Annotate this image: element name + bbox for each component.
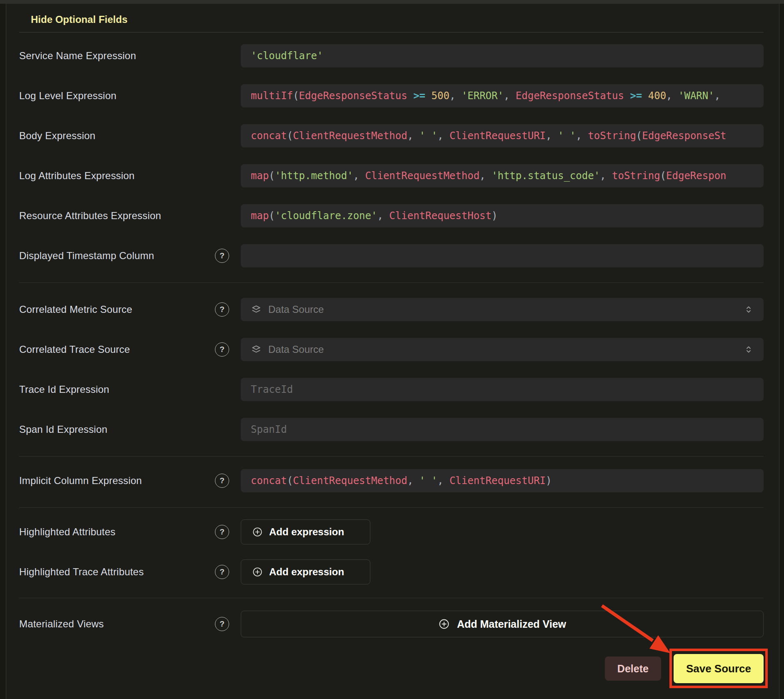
control-cell: Add Materialized View — [241, 611, 764, 637]
help-icon[interactable]: ? — [215, 617, 229, 631]
help-icon[interactable]: ? — [215, 525, 229, 539]
help-cell: ? — [215, 525, 241, 539]
help-icon[interactable]: ? — [215, 302, 229, 317]
field-row-displayed-timestamp-column: Displayed Timestamp Column ? — [19, 244, 764, 267]
help-cell: ? — [215, 302, 241, 317]
field-label: Trace Id Expression — [19, 384, 215, 395]
button-label: Add expression — [269, 566, 344, 578]
field-row-body-expression: Body Expression concat(ClientRequestMeth… — [19, 124, 764, 147]
input-placeholder: TraceId — [251, 384, 293, 395]
button-label: Add expression — [269, 526, 344, 538]
plus-circle-icon — [252, 567, 263, 577]
field-row-correlated-trace-source: Correlated Trace Source ? Data Source — [19, 338, 764, 361]
help-cell: ? — [215, 617, 241, 631]
field-label: Resource Attributes Expression — [19, 210, 215, 222]
field-label: Correlated Trace Source — [19, 344, 215, 355]
resource-attributes-expression-input[interactable]: map('cloudflare.zone', ClientRequestHost… — [241, 204, 764, 227]
field-row-log-attributes-expression: Log Attributes Expression map('http.meth… — [19, 164, 764, 187]
control-cell: Add expression — [241, 519, 764, 544]
save-annotation-wrap: Save Source — [674, 654, 764, 683]
field-label: Implicit Column Expression — [19, 475, 215, 487]
field-label: Service Name Expression — [19, 50, 215, 62]
trace-id-expression-input[interactable]: TraceId — [241, 378, 764, 401]
field-label: Highlighted Attributes — [19, 526, 215, 538]
service-name-expression-input[interactable]: 'cloudflare' — [241, 44, 764, 67]
chevron-updown-icon — [744, 305, 754, 315]
help-cell: ? — [215, 342, 241, 357]
divider — [19, 32, 764, 32]
field-row-service-name-expression: Service Name Expression 'cloudflare' — [19, 44, 764, 67]
help-icon[interactable]: ? — [215, 565, 229, 579]
field-label: Log Attributes Expression — [19, 170, 215, 182]
field-row-implicit-column-expression: Implicit Column Expression ? concat(Clie… — [19, 469, 764, 492]
help-cell: ? — [215, 474, 241, 488]
log-attributes-expression-input[interactable]: map('http.method', ClientRequestMethod, … — [241, 164, 764, 187]
plus-circle-icon — [252, 527, 263, 537]
add-materialized-view-button[interactable]: Add Materialized View — [241, 611, 764, 637]
source-form-panel: Hide Optional Fields Service Name Expres… — [6, 4, 779, 699]
layers-icon — [251, 304, 262, 315]
field-row-highlighted-trace-attributes: Highlighted Trace Attributes ? Add expre… — [19, 559, 764, 584]
implicit-column-expression-input[interactable]: concat(ClientRequestMethod, ' ', ClientR… — [241, 469, 764, 492]
help-cell: ? — [215, 249, 241, 263]
add-expression-button[interactable]: Add expression — [241, 559, 370, 584]
help-icon[interactable]: ? — [215, 249, 229, 263]
correlated-metric-source-select[interactable]: Data Source — [241, 298, 764, 321]
button-label: Add Materialized View — [457, 618, 566, 630]
help-icon[interactable]: ? — [215, 342, 229, 357]
add-expression-button[interactable]: Add expression — [241, 519, 370, 544]
save-source-button[interactable]: Save Source — [674, 654, 764, 683]
hide-optional-fields-link[interactable]: Hide Optional Fields — [31, 14, 127, 25]
field-label: Highlighted Trace Attributes — [19, 566, 215, 578]
divider — [19, 598, 764, 598]
body-expression-input[interactable]: concat(ClientRequestMethod, ' ', ClientR… — [241, 124, 764, 147]
select-placeholder: Data Source — [268, 344, 324, 355]
field-row-highlighted-attributes: Highlighted Attributes ? Add expression — [19, 519, 764, 544]
field-label: Correlated Metric Source — [19, 304, 215, 315]
span-id-expression-input[interactable]: SpanId — [241, 418, 764, 441]
field-row-correlated-metric-source: Correlated Metric Source ? Data Source — [19, 298, 764, 321]
select-placeholder: Data Source — [268, 304, 324, 315]
form-footer: Delete Save Source — [19, 653, 764, 684]
delete-button[interactable]: Delete — [605, 657, 661, 681]
field-label: Displayed Timestamp Column — [19, 250, 215, 262]
field-row-log-level-expression: Log Level Expression multiIf(EdgeRespons… — [19, 84, 764, 107]
divider — [19, 282, 764, 283]
field-label: Body Expression — [19, 130, 215, 142]
divider — [19, 507, 764, 508]
field-row-span-id-expression: Span Id Expression SpanId — [19, 418, 764, 441]
help-cell: ? — [215, 565, 241, 579]
top-edge-strip — [0, 0, 784, 4]
log-level-expression-input[interactable]: multiIf(EdgeResponseStatus >= 500, 'ERRO… — [241, 84, 764, 107]
input-placeholder: SpanId — [251, 424, 287, 435]
chevron-updown-icon — [744, 345, 754, 354]
field-row-materialized-views: Materialized Views ? Add Materialized Vi… — [19, 611, 764, 637]
help-icon[interactable]: ? — [215, 474, 229, 488]
field-row-resource-attributes-expression: Resource Attributes Expression map('clou… — [19, 204, 764, 227]
correlated-trace-source-select[interactable]: Data Source — [241, 338, 764, 361]
field-label: Span Id Expression — [19, 424, 215, 435]
field-row-trace-id-expression: Trace Id Expression TraceId — [19, 378, 764, 401]
field-label: Materialized Views — [19, 618, 215, 630]
control-cell: Add expression — [241, 559, 764, 584]
field-label: Log Level Expression — [19, 90, 215, 102]
divider — [19, 456, 764, 457]
displayed-timestamp-column-input[interactable] — [241, 244, 764, 267]
plus-circle-icon — [438, 618, 450, 630]
layers-icon — [251, 344, 262, 355]
